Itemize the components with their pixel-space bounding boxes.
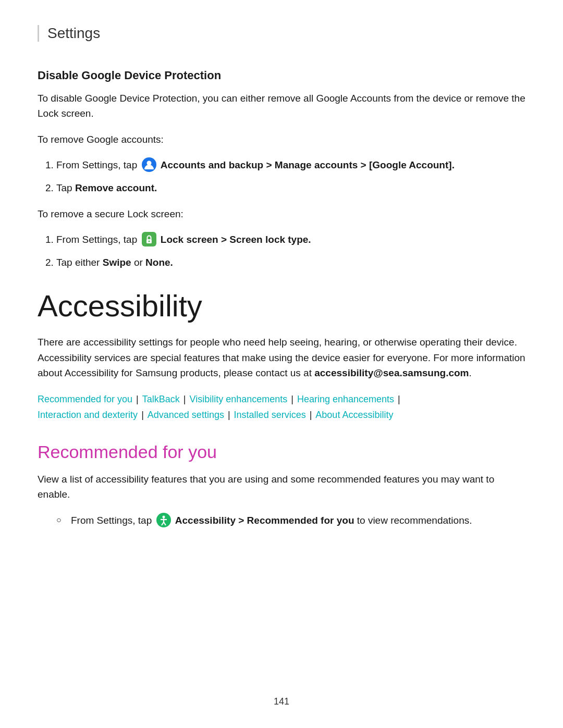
recommended-steps-list: From Settings, tap Accessibility > Recom… — [56, 513, 525, 528]
remove-account-bold: Remove account. — [75, 182, 157, 193]
recommended-section: Recommended for you View a list of acces… — [38, 442, 525, 528]
nav-links-row: Recommended for you | TalkBack | Visibil… — [38, 391, 525, 423]
lockscreen-step-2: Tap either Swipe or None. — [56, 255, 525, 270]
page-container: Settings Disable Google Device Protectio… — [0, 0, 563, 581]
lockscreen-icon — [142, 232, 156, 246]
recommended-description: View a list of accessibility features th… — [38, 472, 525, 502]
nav-recommended[interactable]: Recommended for you — [38, 394, 132, 404]
accounts-step-1-bold: Accounts and backup > Manage accounts > … — [161, 159, 455, 170]
accessibility-description: There are accessibility settings for peo… — [38, 335, 525, 380]
nav-hearing[interactable]: Hearing enhancements — [297, 394, 394, 404]
accessibility-title: Accessibility — [38, 289, 525, 323]
remove-lockscreen-label: To remove a secure Lock screen: — [38, 206, 525, 221]
disable-section: Disable Google Device Protection To disa… — [38, 69, 525, 270]
separator-2: | — [181, 394, 189, 404]
svg-point-4 — [148, 241, 150, 242]
page-number: 141 — [274, 696, 289, 707]
disable-heading: Disable Google Device Protection — [38, 69, 525, 82]
separator-6: | — [225, 410, 233, 420]
lockscreen-steps-list: From Settings, tap Lock screen > Screen … — [56, 232, 525, 270]
email-link[interactable]: accessibility@sea.samsung.com — [314, 367, 469, 378]
nav-interaction[interactable]: Interaction and dexterity — [38, 410, 138, 420]
accounts-step-1: From Settings, tap Accounts and backup >… — [56, 157, 525, 173]
accounts-icon — [142, 157, 156, 172]
settings-title: Settings — [47, 25, 100, 41]
separator-4: | — [395, 394, 400, 404]
remove-accounts-label: To remove Google accounts: — [38, 132, 525, 147]
accessibility-step-bold: Accessibility > Recommended for you — [175, 515, 354, 526]
none-bold: None. — [145, 257, 173, 268]
nav-installed[interactable]: Installed services — [234, 410, 306, 420]
recommended-heading: Recommended for you — [38, 442, 525, 462]
lockscreen-step-1: From Settings, tap Lock screen > Screen … — [56, 232, 525, 248]
recommended-step-1: From Settings, tap Accessibility > Recom… — [56, 513, 525, 528]
separator-7: | — [307, 410, 315, 420]
disable-intro: To disable Google Device Protection, you… — [38, 91, 525, 121]
accessibility-icon — [156, 513, 171, 527]
separator-3: | — [288, 394, 296, 404]
swipe-bold: Swipe — [103, 257, 131, 268]
nav-advanced[interactable]: Advanced settings — [148, 410, 224, 420]
nav-about[interactable]: About Accessibility — [315, 410, 393, 420]
nav-talkback[interactable]: TalkBack — [142, 394, 180, 404]
lockscreen-step-1-bold: Lock screen > Screen lock type. — [161, 234, 311, 245]
settings-header: Settings — [38, 25, 525, 42]
svg-point-6 — [162, 515, 165, 518]
separator-5: | — [139, 410, 146, 420]
accounts-step-2: Tap Remove account. — [56, 180, 525, 195]
separator-1: | — [133, 394, 141, 404]
nav-visibility[interactable]: Visibility enhancements — [190, 394, 288, 404]
accounts-steps-list: From Settings, tap Accounts and backup >… — [56, 157, 525, 195]
